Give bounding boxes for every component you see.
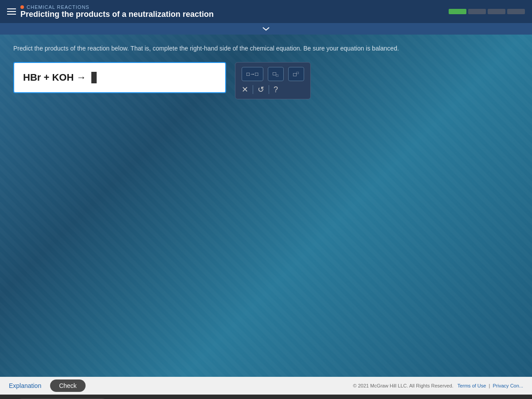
hamburger-menu[interactable]	[7, 8, 16, 15]
status-dot	[20, 5, 24, 9]
category-label: CHEMICAL REACTIONS	[20, 4, 214, 10]
main-content: Predict the products of the reaction bel…	[0, 35, 532, 377]
check-button[interactable]: Check	[50, 379, 86, 392]
clear-button[interactable]: ✕	[242, 85, 248, 94]
explanation-button[interactable]: Explanation	[9, 382, 41, 389]
taskbar-icon-taskview[interactable]: ⧉	[123, 396, 136, 399]
symbol-toolbar: □→□ □□ □□ ✕ ↺ ?	[235, 62, 311, 99]
toolbar-divider-2	[269, 85, 269, 94]
taskbar-icon-sound[interactable]: 🔊	[203, 396, 215, 399]
progress-seg-2	[468, 9, 486, 14]
equation-row: HBr + KOH → □→□ □□ □□ ✕	[13, 62, 519, 99]
taskbar-icon-globe[interactable]: 🌐	[230, 396, 242, 399]
chevron-down-icon	[262, 26, 270, 31]
title-section: CHEMICAL REACTIONS Predicting the produc…	[20, 4, 214, 19]
progress-area	[449, 9, 525, 14]
taskbar-icon-netflix[interactable]: N	[150, 396, 162, 399]
equation-left-side: HBr + KOH →	[23, 72, 86, 83]
copyright-text: © 2021 McGraw Hill LLC. All Rights Reser…	[353, 383, 523, 388]
taskbar-icon-bell[interactable]: 🔔	[190, 396, 202, 399]
page-title: Predicting the products of a neutralizat…	[20, 10, 214, 19]
privacy-link[interactable]: Privacy Con...	[493, 383, 523, 388]
taskbar-icon-files[interactable]: 📁	[176, 396, 189, 399]
subscript-button[interactable]: □□	[268, 67, 284, 81]
taskbar-apps: ○ ⧉ 🎬 N ● 📁 🔔 🔊 C 🌐	[110, 396, 242, 399]
help-button[interactable]: ?	[274, 85, 278, 94]
superscript-button[interactable]: □□	[288, 67, 304, 81]
bond-arrow-button[interactable]: □→□	[242, 67, 263, 81]
toolbar-row-2: ✕ ↺ ?	[242, 85, 304, 94]
taskbar-icon-cortana[interactable]: ○	[110, 396, 122, 399]
toolbar-row-1: □→□ □□ □□	[242, 67, 304, 81]
equation-input-box[interactable]: HBr + KOH →	[13, 62, 226, 93]
bottom-bar: Explanation Check © 2021 McGraw Hill LLC…	[0, 377, 532, 395]
collapse-button[interactable]	[0, 23, 532, 35]
taskbar: Type here to search ○ ⧉ 🎬 N ● 📁 🔔 🔊 C 🌐 …	[0, 395, 532, 399]
title-bar: CHEMICAL REACTIONS Predicting the produc…	[0, 0, 532, 23]
progress-seg-4	[507, 9, 525, 14]
start-button[interactable]	[4, 396, 16, 399]
taskbar-icon-chrome[interactable]: ●	[163, 396, 176, 399]
toolbar-divider	[253, 85, 253, 94]
instruction-text: Predict the products of the reaction bel…	[13, 43, 519, 53]
progress-seg-3	[488, 9, 505, 14]
progress-seg-1	[449, 9, 466, 14]
taskbar-icon-c[interactable]: C	[216, 396, 229, 399]
taskbar-icon-pin1[interactable]: 🎬	[137, 396, 149, 399]
terms-link[interactable]: Terms of Use	[458, 383, 486, 388]
undo-button[interactable]: ↺	[258, 85, 264, 94]
answer-cursor	[91, 72, 97, 83]
